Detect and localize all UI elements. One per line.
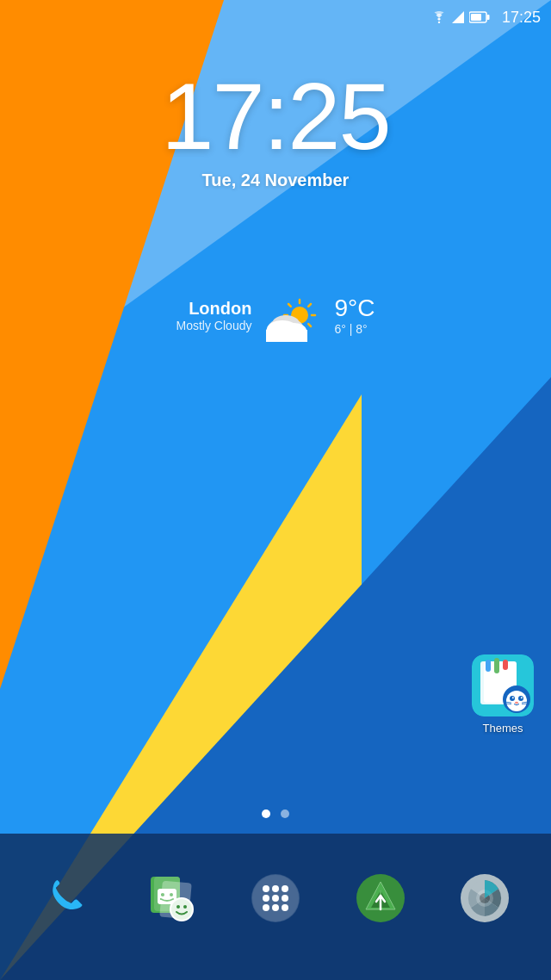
dock-sms[interactable] <box>141 869 200 927</box>
svg-point-55 <box>263 895 269 902</box>
status-bar: 17:25 <box>0 0 551 34</box>
svg-point-54 <box>282 885 288 892</box>
svg-rect-4 <box>486 15 489 20</box>
svg-point-59 <box>272 904 279 911</box>
svg-rect-24 <box>486 660 491 672</box>
dock-drive[interactable] <box>351 869 410 927</box>
svg-point-58 <box>263 904 269 911</box>
svg-rect-20 <box>266 330 307 342</box>
svg-rect-26 <box>503 660 508 670</box>
svg-point-52 <box>263 885 269 892</box>
svg-point-35 <box>515 702 518 704</box>
svg-point-30 <box>506 691 527 711</box>
dock-phone[interactable] <box>37 869 96 927</box>
svg-point-33 <box>512 697 514 698</box>
svg-point-56 <box>272 895 279 902</box>
status-time: 17:25 <box>502 9 541 27</box>
svg-point-0 <box>438 22 440 23</box>
page-indicators <box>0 809 551 818</box>
themes-app-icon[interactable] <box>472 654 534 716</box>
weather-city: London <box>189 299 251 319</box>
page-dot-1[interactable] <box>262 809 270 818</box>
themes-app-label: Themes <box>483 722 523 735</box>
weather-location: London Mostly Cloudy <box>176 299 252 332</box>
svg-point-49 <box>183 905 187 909</box>
clock-time: 17:25 <box>161 69 389 164</box>
weather-temp: 9°C 6° | 8° <box>334 295 375 336</box>
svg-line-12 <box>309 304 312 307</box>
svg-rect-3 <box>471 14 481 21</box>
themes-app-wrapper[interactable]: Themes <box>472 654 534 735</box>
signal-icon <box>452 11 464 23</box>
svg-point-48 <box>176 905 180 909</box>
weather-condition: Mostly Cloudy <box>176 319 252 332</box>
dock-drawer[interactable] <box>246 869 305 927</box>
wifi-icon <box>431 11 447 23</box>
svg-point-47 <box>171 899 192 920</box>
svg-line-10 <box>288 304 291 307</box>
svg-point-60 <box>282 904 288 911</box>
weather-svg <box>262 284 324 346</box>
svg-point-34 <box>521 697 523 698</box>
battery-icon <box>469 11 490 23</box>
svg-marker-1 <box>452 11 464 23</box>
weather-widget[interactable]: London Mostly Cloudy <box>0 284 551 346</box>
svg-point-31 <box>510 696 515 701</box>
page-dot-2[interactable] <box>281 809 289 818</box>
temp-range: 6° | 8° <box>334 322 375 336</box>
svg-point-53 <box>272 885 279 892</box>
svg-line-37 <box>505 704 511 704</box>
svg-line-11 <box>309 324 312 326</box>
svg-rect-25 <box>494 658 499 673</box>
status-icons: 17:25 <box>431 9 541 27</box>
clock-widget[interactable]: 17:25 Tue, 24 November <box>0 69 551 190</box>
svg-line-39 <box>522 704 529 704</box>
app-grid: Themes <box>472 654 534 735</box>
temp-main: 9°C <box>334 295 375 322</box>
clock-date: Tue, 24 November <box>202 171 350 190</box>
weather-icon <box>262 284 324 346</box>
dock <box>0 834 551 980</box>
dock-camera[interactable] <box>455 869 514 927</box>
svg-point-57 <box>282 895 288 902</box>
svg-point-32 <box>518 696 523 701</box>
